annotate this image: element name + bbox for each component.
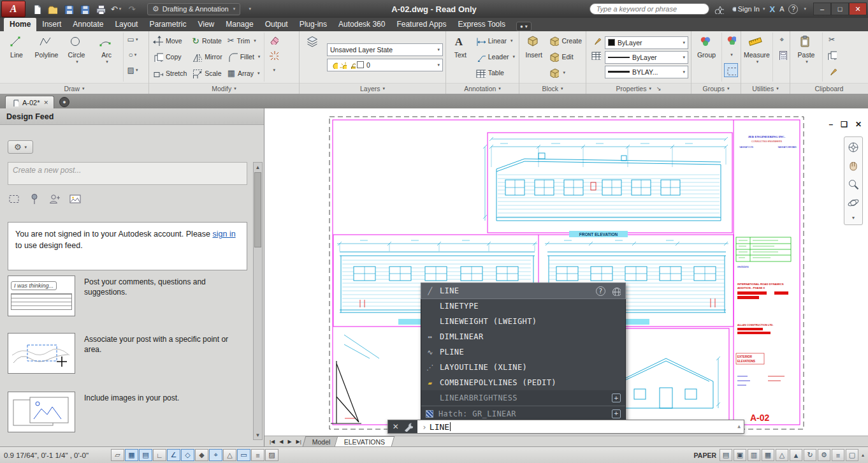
infocenter-search[interactable] xyxy=(590,3,709,15)
modify-more-button[interactable]: ▾ xyxy=(266,63,280,77)
paste-button[interactable]: Paste▾ xyxy=(793,33,820,82)
erase-button[interactable] xyxy=(266,33,280,47)
annotation-autoscale-button[interactable]: ↻ xyxy=(804,449,816,461)
lineweight-dropdown[interactable]: BYLAY...▾ xyxy=(605,66,688,78)
insert-block-button[interactable]: Insert xyxy=(522,33,546,82)
annotation-visibility-button[interactable]: ▲ xyxy=(790,449,802,461)
feed-settings-button[interactable]: ⚙▾ xyxy=(8,140,33,154)
tab-home[interactable]: Home xyxy=(4,18,36,31)
status-menu-caret[interactable]: ▴ xyxy=(862,452,864,458)
cut-button[interactable]: ✂ xyxy=(825,33,839,47)
command-help-icon[interactable]: ? xyxy=(596,286,605,296)
save-button[interactable] xyxy=(61,3,75,15)
create-block-button[interactable]: Create xyxy=(547,33,583,48)
redo-button[interactable]: ↷ xyxy=(125,3,139,15)
panel-utilities-label[interactable]: Utilities▾ xyxy=(741,83,790,94)
internet-search-icon[interactable] xyxy=(611,286,621,296)
mirror-button[interactable]: Mirror xyxy=(191,49,223,65)
first-layout-icon[interactable]: |◀ xyxy=(268,439,277,445)
scale-button[interactable]: Scale xyxy=(191,65,223,81)
toggle-polar[interactable]: ∠ xyxy=(167,449,180,461)
suggestion-line[interactable]: ╱ LINE ? xyxy=(421,283,625,298)
tab-express-tools[interactable]: Express Tools xyxy=(452,18,510,31)
toggle-dyn[interactable]: ▭ xyxy=(237,449,250,461)
close-drawing-icon[interactable]: ✕ xyxy=(855,120,862,129)
workspace-switching-button[interactable]: ⚙ xyxy=(818,449,830,461)
suggestion-lineweight[interactable]: LINEWEIGHT (LWEIGHT) xyxy=(421,314,625,329)
customize-wrench-icon[interactable] xyxy=(403,422,413,432)
scrollbar-thumb[interactable] xyxy=(254,172,261,247)
workspace-dropdown[interactable]: ⚙ Drafting & Annotation ▾ xyxy=(147,3,240,15)
panel-layers-label[interactable]: Layers▾ xyxy=(300,83,445,94)
panel-block-label[interactable]: Block▾ xyxy=(519,83,586,94)
panel-modify-label[interactable]: Modify▾ xyxy=(149,83,299,94)
ungroup-button[interactable] xyxy=(724,33,738,47)
sign-in-button[interactable]: Sign In ▾ xyxy=(728,5,765,13)
attach-image-icon[interactable] xyxy=(69,193,82,205)
command-input[interactable]: › LINE ▲ xyxy=(417,420,744,433)
tab-parametric[interactable]: Parametric xyxy=(143,18,192,31)
help-icon[interactable]: ? xyxy=(788,4,798,14)
quick-calculator-button[interactable] xyxy=(775,48,789,62)
recent-commands-icon[interactable]: ▲ xyxy=(737,423,741,429)
line-button[interactable]: Line xyxy=(3,33,31,82)
toggle-ortho[interactable]: ∟ xyxy=(153,449,166,461)
prev-layout-icon[interactable]: ◀ xyxy=(277,439,285,445)
copy-button[interactable]: Copy xyxy=(152,49,188,65)
object-color-dropdown[interactable]: ByLayer▾ xyxy=(605,36,688,49)
model-space-button[interactable]: ▤ xyxy=(720,449,732,461)
open-button[interactable] xyxy=(45,3,59,15)
trim-button[interactable]: ✂Trim▾ xyxy=(226,33,262,48)
pan-hand-icon[interactable] xyxy=(847,159,860,172)
undo-button[interactable]: ↶▾ xyxy=(109,3,123,15)
last-layout-icon[interactable]: ▶| xyxy=(294,439,303,445)
toggle-ducs[interactable]: △ xyxy=(223,449,236,461)
drawing-canvas[interactable]: FRONT ELEVATION JED ENGINEERING INC. CON… xyxy=(264,108,868,436)
toggle-lwt[interactable]: ≡ xyxy=(251,449,264,461)
arc-button[interactable]: Arc▾ xyxy=(92,33,120,82)
tab-manage[interactable]: Manage xyxy=(220,18,259,31)
layer-state-dropdown[interactable]: Unsaved Layer State▾ xyxy=(327,43,443,56)
paste-special-button[interactable] xyxy=(825,63,839,77)
select-area-icon[interactable] xyxy=(8,193,20,205)
suggestion-dimlinear[interactable]: ↔DIMLINEAR xyxy=(421,329,625,344)
minimize-drawing-icon[interactable]: – xyxy=(828,120,833,129)
quick-access-menu-button[interactable]: ▾ xyxy=(242,3,256,15)
new-drawing-button[interactable] xyxy=(29,3,43,15)
properties-dialog-launcher[interactable]: ↘ xyxy=(656,85,662,92)
match-properties-button[interactable] xyxy=(589,33,603,47)
help-menu-caret[interactable]: ▾ xyxy=(804,6,806,11)
file-tab-menu-button[interactable]: ● xyxy=(59,97,69,107)
tab-output[interactable]: Output xyxy=(259,18,294,31)
hatch-button[interactable]: ▨▾ xyxy=(126,63,140,77)
toggle-otrack[interactable]: ⌖ xyxy=(209,449,222,461)
search-input[interactable] xyxy=(595,4,704,13)
ribbon-display-toggle[interactable]: ●▾ xyxy=(516,22,532,31)
toggle-osnap[interactable]: ◇ xyxy=(181,449,194,461)
space-indicator[interactable]: PAPER xyxy=(694,452,716,459)
quick-view-layouts-button[interactable]: ▥ xyxy=(748,449,760,461)
sign-in-link[interactable]: sign in xyxy=(212,230,235,239)
dimension-linear-button[interactable]: Linear▾ xyxy=(474,33,516,48)
move-button[interactable]: Move xyxy=(152,33,188,48)
navigation-wheel-icon[interactable] xyxy=(847,141,860,154)
tab-insert[interactable]: Insert xyxy=(36,18,67,31)
rectangle-button[interactable]: ▭▾ xyxy=(126,33,140,47)
scroll-up-icon[interactable]: ▲ xyxy=(254,163,262,172)
minimize-button[interactable]: – xyxy=(813,3,831,15)
expand-plus-icon[interactable]: + xyxy=(612,409,621,418)
group-button[interactable]: Group xyxy=(694,33,719,82)
clean-screen-button[interactable]: ▢ xyxy=(846,449,858,461)
maximize-button[interactable]: □ xyxy=(831,3,849,15)
explode-button[interactable] xyxy=(266,48,280,62)
tab-featured-apps[interactable]: Featured Apps xyxy=(391,18,452,31)
toggle-3dosnap[interactable]: ◆ xyxy=(195,449,208,461)
group-selection-toggle[interactable] xyxy=(724,63,738,77)
panel-draw-label[interactable]: Draw▾ xyxy=(0,83,148,94)
id-point-button[interactable]: ⌖ xyxy=(775,33,789,47)
tab-autodesk360[interactable]: Autodesk 360 xyxy=(333,18,391,31)
annotation-scale-button[interactable]: △ xyxy=(776,449,788,461)
tab-layout[interactable]: Layout xyxy=(109,18,143,31)
close-command-icon[interactable]: ✕ xyxy=(393,422,399,431)
panel-properties-label[interactable]: Properties▾↘ xyxy=(586,83,691,94)
